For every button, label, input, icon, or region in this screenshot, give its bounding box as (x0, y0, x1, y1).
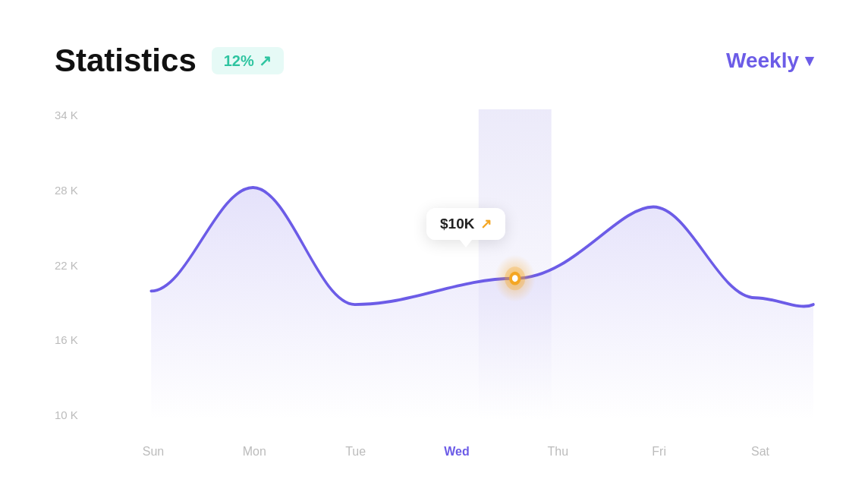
y-axis-labels: 34 K 28 K 22 K 16 K 10 K (55, 109, 78, 421)
card-header: Statistics 12% ↗ Weekly ▾ (55, 43, 813, 79)
x-label-fri: Fri (637, 445, 682, 459)
x-label-thu: Thu (535, 445, 580, 459)
line-chart-svg (100, 109, 813, 421)
statistics-card: Statistics 12% ↗ Weekly ▾ 34 K 28 K 22 K… (17, 12, 851, 483)
x-label-tue: Tue (333, 445, 379, 459)
page-title: Statistics (55, 43, 197, 79)
x-label-mon: Mon (231, 445, 277, 459)
chevron-down-icon: ▾ (805, 51, 813, 71)
badge-value: 12% (224, 52, 254, 70)
weekly-selector[interactable]: Weekly ▾ (726, 49, 813, 73)
y-label-16k: 16 K (55, 334, 78, 345)
dot-inner (512, 275, 518, 282)
data-tooltip: $10K ↗ (426, 208, 505, 240)
header-left: Statistics 12% ↗ (55, 43, 284, 79)
x-axis-labels: Sun Mon Tue Wed Thu Fri Sat (100, 445, 813, 459)
tooltip-value: $10K (440, 216, 474, 232)
badge-arrow-icon: ↗ (259, 52, 272, 70)
y-label-34k: 34 K (55, 109, 78, 121)
chart-svg-container (100, 109, 813, 421)
x-label-sat: Sat (737, 445, 783, 459)
weekly-label: Weekly (726, 49, 799, 73)
chart-area: 34 K 28 K 22 K 16 K 10 K (55, 109, 813, 459)
y-label-10k: 10 K (55, 409, 78, 421)
y-label-22k: 22 K (55, 260, 78, 271)
growth-badge: 12% ↗ (212, 47, 284, 74)
y-label-28k: 28 K (55, 184, 78, 196)
tooltip-arrow-icon: ↗ (480, 216, 492, 232)
x-label-sun: Sun (131, 445, 176, 459)
x-label-wed: Wed (434, 445, 480, 459)
